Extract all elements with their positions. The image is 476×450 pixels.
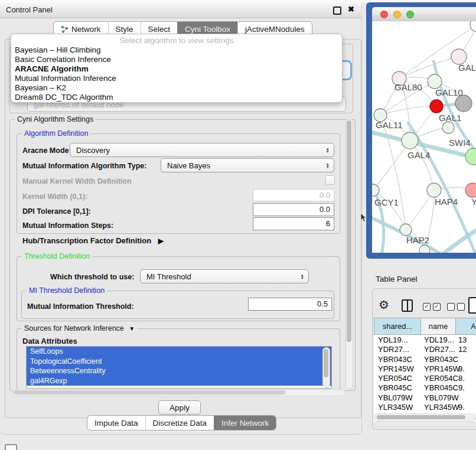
control-panel-titlebar: Control Panel ✖	[0, 2, 361, 18]
network-edge[interactable]	[380, 115, 406, 230]
network-node[interactable]	[465, 148, 476, 165]
sources-title-row[interactable]: Sources for Network Inference ▼	[22, 324, 137, 332]
select-all-checkboxes-icon[interactable]: ✓✓	[423, 303, 441, 311]
settings-vertical-scrollbar[interactable]	[345, 119, 353, 389]
table-cell: YDR27...	[378, 345, 409, 354]
node-label: GAL80	[395, 82, 422, 92]
mi-threshold-field[interactable]: 0.5	[248, 298, 332, 311]
table-row[interactable]: YBL079WYBL079W	[374, 393, 476, 402]
attribute-item[interactable]: BetweennessCentrality	[27, 366, 331, 376]
table-row[interactable]: YBR045CYBR045C9.	[374, 383, 476, 392]
aracne-mode-combo[interactable]: Discovery ▲▼	[70, 143, 334, 157]
mouse-cursor	[360, 213, 367, 225]
column-header[interactable]: name	[420, 318, 455, 334]
table-cell: YDL19...	[378, 335, 408, 344]
table-row[interactable]: YBR043CYBR043C	[374, 354, 476, 364]
which-threshold-combo[interactable]: MI Threshold ▲▼	[140, 269, 309, 283]
column-header[interactable]: A	[455, 318, 476, 334]
hub-definition-expander[interactable]: Hub/Transcription Factor Definition ▶	[22, 236, 164, 245]
table-cell: YPR145W	[424, 364, 460, 373]
node-label: SWI4	[449, 138, 471, 148]
table-horizontal-scrollbar[interactable]	[374, 413, 476, 422]
mi-steps-field[interactable]: 6	[253, 217, 334, 230]
mi-threshold-label: Mutual Information Threshold:	[27, 302, 134, 311]
mi-type-label: Mutual Information Algorithm Type:	[22, 162, 146, 170]
algorithm-option[interactable]: Basic Correlation Inference	[11, 55, 342, 64]
algorithm-placeholder: Select algorithm to view settings	[11, 36, 342, 45]
mi-threshold-title: MI Threshold Definition	[27, 286, 107, 295]
mi-type-value: Naive Bayes	[167, 161, 210, 170]
attribute-item[interactable]: TopologicalCoefficient	[27, 357, 331, 367]
close-panel-icon[interactable]: ✖	[348, 5, 354, 14]
mi-type-combo[interactable]: Naive Bayes ▲▼	[161, 158, 334, 172]
table-cell: 9.	[458, 383, 465, 392]
algorithm-option[interactable]: Dream8 DC_TDC Algorithm	[11, 93, 342, 102]
network-window-titlebar[interactable]	[372, 7, 476, 22]
network-node-hap4[interactable]	[427, 183, 441, 197]
tab-infer-network[interactable]: Infer Network	[214, 416, 276, 430]
dpi-tolerance-field[interactable]: 0.0	[253, 203, 334, 216]
table-cell: YBL079W	[424, 393, 459, 402]
network-node-swi4[interactable]	[442, 122, 454, 133]
table-row[interactable]: YPR145WYPR145W9.	[374, 364, 476, 373]
zoom-window-icon[interactable]	[406, 11, 414, 18]
apply-button[interactable]: Apply	[158, 400, 201, 415]
network-node-y[interactable]	[465, 183, 476, 197]
node-label: Y	[471, 197, 476, 207]
algorithm-option[interactable]: ARACNE Algorithm	[11, 64, 342, 74]
data-attributes-list[interactable]: SelfLoopsTopologicalCoefficientBetweenne…	[26, 346, 332, 389]
new-table-icon[interactable]	[468, 297, 476, 314]
network-canvas[interactable]: GALGAL80GAL10GAL1GAL11SWI4GAL4GCY1HAP4YH…	[372, 21, 476, 253]
network-node[interactable]	[470, 21, 476, 32]
network-node-gal1[interactable]	[430, 100, 443, 113]
table-cell: 9.	[458, 403, 465, 412]
column-layout-icon[interactable]	[402, 299, 413, 312]
attribute-item[interactable]: SelfLoops	[27, 347, 331, 357]
manual-kernel-checkbox[interactable]	[325, 175, 335, 185]
table-cell: 12	[458, 345, 467, 354]
aracne-mode-label: Aracne Mode:	[22, 146, 71, 155]
float-panel-icon[interactable]	[333, 6, 341, 15]
tab-impute-data[interactable]: Impute Data	[87, 416, 145, 430]
network-edge[interactable]	[399, 57, 459, 79]
tab-label: Network	[71, 25, 101, 34]
table-cell: YER054C	[424, 374, 458, 383]
node-label: GAL10	[435, 87, 463, 97]
table-row[interactable]: YDR27...YDR27...12	[374, 344, 476, 354]
table-cell: YLR345W	[378, 403, 413, 412]
minimized-panel-icon[interactable]	[5, 444, 17, 450]
network-edge[interactable]	[373, 141, 410, 190]
stepper-arrows-icon: ▲▼	[326, 147, 330, 153]
network-node-gal4[interactable]	[402, 132, 418, 149]
algorithm-option[interactable]: Bayesian – Hill Climbing	[11, 45, 342, 55]
table-row[interactable]: YDL19...YDL19...13	[374, 335, 476, 344]
kernel-width-field[interactable]: 0.0	[253, 189, 334, 201]
close-window-icon[interactable]	[380, 11, 388, 18]
network-node-hap2[interactable]	[400, 224, 412, 236]
network-node[interactable]	[419, 245, 430, 253]
table-row[interactable]: YER054CYER054C8.	[374, 373, 476, 383]
which-threshold-value: MI Threshold	[146, 272, 191, 281]
attributes-list-scrollbar[interactable]	[322, 347, 330, 387]
network-node[interactable]	[455, 95, 472, 112]
node-label: HAP2	[406, 235, 429, 245]
gear-icon[interactable]: ⚙	[379, 298, 389, 312]
network-node-gcy1[interactable]	[372, 184, 379, 196]
cyni-mode-tabbar: Impute DataDiscretize DataInfer Network	[87, 415, 276, 431]
node-label: GAL	[458, 63, 476, 73]
sources-title: Sources for Network Inference	[24, 324, 124, 332]
attribute-item[interactable]: gal4RGexp	[27, 376, 331, 386]
column-header[interactable]: shared...	[374, 318, 420, 334]
minimize-window-icon[interactable]	[393, 11, 401, 18]
table-cell: YER054C	[378, 374, 412, 383]
algorithm-option[interactable]: Mutual Information Inference	[11, 74, 342, 83]
table-cell: YPR145W	[378, 364, 414, 373]
stepper-arrows-icon: ▲▼	[326, 162, 330, 168]
table-row[interactable]: YLR345WYLR345W9.	[374, 402, 476, 412]
stepper-arrows-icon: ▲▼	[301, 273, 304, 279]
tab-discretize-data[interactable]: Discretize Data	[145, 416, 214, 430]
algorithm-option[interactable]: Bayesian – K2	[11, 83, 342, 93]
settings-horizontal-scrollbar[interactable]	[12, 389, 345, 396]
network-node-gal10[interactable]	[428, 74, 442, 89]
deselect-all-checkboxes-icon[interactable]	[447, 303, 465, 311]
